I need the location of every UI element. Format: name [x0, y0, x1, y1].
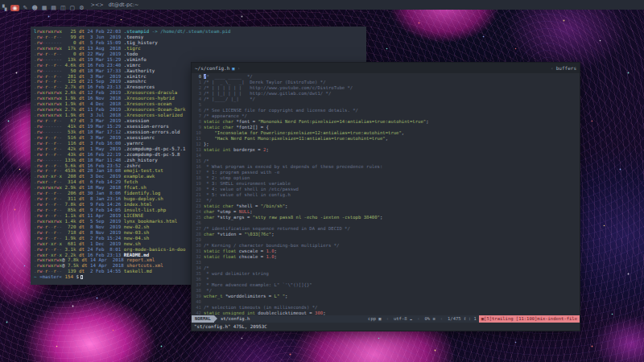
- file-date: 19 Mar 15:29: [87, 124, 123, 129]
- file-owner: dt: [79, 247, 87, 252]
- file-date: 30 Jan 8:06: [87, 191, 123, 195]
- file-name: .tigrc: [124, 46, 141, 51]
- file-name: .yarnrc: [124, 141, 143, 146]
- file-owner: dt: [79, 269, 87, 274]
- file-date: 19 Mar 15:29: [87, 57, 123, 62]
- file-owner: dt: [79, 130, 87, 134]
- workspace-settings-icon[interactable]: ⚙: [79, 5, 84, 11]
- line-number: 25: [193, 215, 204, 220]
- statusline-filename: st/config.h: [217, 315, 253, 323]
- file-size: 311: [62, 196, 79, 201]
- vim-tabline: ~/s/config.h▣› ‹ buffers: [192, 63, 580, 73]
- line-code: static float cwscale = 1.0;: [204, 249, 277, 254]
- editor-line: 7/* appearance */: [193, 113, 580, 119]
- file-date: 3 Jun 2019: [87, 35, 123, 39]
- file-row: .rw-r--r-- 99 dt 3 Jun 2019 .teensy: [34, 35, 366, 40]
- file-owner: dt: [79, 174, 87, 179]
- symlink-target: -> /home/dt/.steam/steam.pid: [149, 29, 230, 34]
- file-date: 1 Dec 2019: [87, 241, 123, 246]
- file-name: .Xresources-solarized: [124, 113, 183, 117]
- line-code: * 2: utmp option: [204, 175, 250, 181]
- editor-line: 38 */: [193, 288, 580, 294]
- editor-line: 35 * word delimiter string: [193, 271, 580, 277]
- file-date: 14 Apr 2018: [90, 257, 126, 262]
- file-name: .xinitrc: [124, 74, 147, 79]
- line-number: 22: [193, 198, 204, 204]
- line-number: 12: [193, 142, 204, 147]
- file-name: hugo-deploy.sh: [124, 196, 163, 201]
- file-owner: dt: [79, 241, 87, 246]
- file-name: .Xresources-ocean: [124, 101, 171, 106]
- file-date: 18 Mar 17:33: [87, 68, 123, 73]
- file-size: 7.8k: [65, 257, 82, 262]
- file-owner: dt: [79, 208, 87, 212]
- statusline-separator: ‹: [438, 315, 445, 323]
- line-number: 17: [193, 170, 204, 175]
- line-number: 39: [193, 294, 204, 299]
- line-number: 29: [193, 237, 204, 243]
- prompt-symbol: $: [76, 274, 79, 279]
- workspace-files-icon[interactable]: ▢: [70, 5, 76, 11]
- workspace-browser-icon[interactable]: ◉: [10, 5, 19, 11]
- file-owner: dt: [79, 219, 87, 224]
- editor-line: 8static char *font = "Mononoki Nerd Font…: [193, 119, 580, 125]
- file-size: 5.6k: [62, 163, 79, 168]
- line-number: 41: [193, 305, 204, 311]
- workspace-chat-icon[interactable]: ☻: [31, 5, 37, 11]
- editor-buffer[interactable]: 0/* ____ _____ */1/* | _ \_ _| Derek Tay…: [192, 73, 580, 315]
- file-size: 2.2k: [62, 253, 79, 257]
- workspace-edit-icon[interactable]: ✎: [23, 5, 28, 11]
- file-size: 42k: [62, 146, 79, 151]
- file-owner: dt: [81, 263, 89, 268]
- editor-line: 37 * More advanced example: L" `'\"()[]{…: [193, 282, 580, 288]
- file-date: 13 Aug 2018: [87, 46, 123, 51]
- line-code: /* ____ _____ */: [204, 74, 253, 80]
- workspace-image-icon[interactable]: ▦: [42, 5, 47, 11]
- file-size: 67: [62, 118, 79, 123]
- line-code: /*: [204, 265, 209, 271]
- editor-line: 17 * 1: program passed with -e: [193, 170, 580, 175]
- line-number: 40: [193, 299, 204, 305]
- file-owner: dt: [79, 135, 87, 140]
- workspace-video-icon[interactable]: ◫: [60, 5, 66, 11]
- file-size: 1.9k: [62, 101, 79, 106]
- line-number: 16: [193, 164, 204, 170]
- vim-editor-window[interactable]: ~/s/config.h▣› ‹ buffers 0/* ____ _____ …: [192, 63, 580, 331]
- workspace-docs-icon[interactable]: ▤: [51, 5, 56, 11]
- buffers-label[interactable]: buffers: [556, 65, 576, 71]
- file-size: 85k: [62, 208, 79, 212]
- vim-statusline: NORMAL st/config.h cpp ▣‹utf-8 ☁‹0% ≡‹1/…: [192, 315, 580, 323]
- line-number: 13: [193, 147, 204, 153]
- line-code: * What program is execed by st depends o…: [204, 164, 382, 170]
- file-size: 720: [62, 224, 79, 229]
- file-row: .rwxrwxrwx 17k dt 13 Aug 2018 .tigrc: [34, 46, 366, 51]
- focused-window-title: dt@dt-pc:~: [109, 2, 139, 8]
- file-owner: dt: [79, 57, 87, 62]
- file-date: 5 Feb 15:09: [87, 40, 123, 45]
- file-date: 6 Feb 14:29: [87, 179, 123, 184]
- file-name: .steampid: [124, 29, 149, 34]
- editor-line: 5: [193, 102, 580, 108]
- prompt-history-number: 154: [64, 274, 76, 279]
- whitespace-warning-badge: ▣[5]trailing [11:100]mix-indent-file: [479, 315, 580, 323]
- editor-line: 15/*: [193, 158, 580, 164]
- file-name: .xonshrc: [124, 79, 147, 84]
- file-row: .rw------- 0 dt 5 Feb 15:09 .tig_history: [34, 40, 366, 46]
- line-number: 37: [193, 282, 204, 288]
- file-name: new-02.sh: [124, 224, 149, 229]
- file-size: 17k: [62, 46, 79, 51]
- line-number: 8: [193, 119, 204, 125]
- editor-line: 11 "Hack Nerd Font Mono:pixelsize=11:ant…: [193, 136, 580, 142]
- editor-line: 40: [193, 299, 580, 305]
- editor-line: 28char *vtiden = "\033[?6c";: [193, 232, 580, 237]
- file-date: 16 Feb 23:40: [87, 63, 123, 68]
- file-date: 16 Feb 23:13: [87, 84, 123, 89]
- workspace-grid-icon[interactable]: ▚: [2, 5, 6, 11]
- line-code: static float chscale = 1.0;: [204, 254, 277, 260]
- editor-line: 30/* Kerning / character bounding-box mu…: [193, 243, 580, 249]
- file-owner: dt: [79, 46, 87, 51]
- tab-current-file[interactable]: ~/s/config.h: [195, 65, 229, 71]
- file-date: 9 Feb 14:05: [87, 208, 123, 212]
- file-size: 50: [62, 68, 79, 73]
- editor-line: 23static char *shell = "/bin/sh";: [193, 204, 580, 209]
